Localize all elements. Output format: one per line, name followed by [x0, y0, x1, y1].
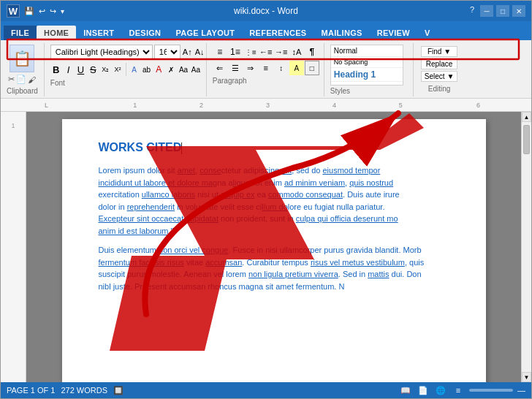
vertical-scrollbar[interactable]: ▲ ▼	[521, 112, 531, 382]
tab-page-layout[interactable]: PAGE LAYOUT	[168, 26, 242, 40]
styles-box: Normal No Spacing Heading 1	[330, 45, 403, 86]
font-size-increase[interactable]: A↑	[182, 45, 193, 58]
scroll-down-arrow[interactable]: ▼	[522, 372, 531, 382]
paste-icon: 📋	[10, 45, 34, 72]
ribbon-tabs: FILE HOME INSERT DESIGN PAGE LAYOUT REFE…	[1, 21, 531, 40]
border-button[interactable]: □	[305, 61, 319, 75]
ruler-content: L 1 2 3 4 5 6	[45, 99, 487, 111]
sort-button[interactable]: ↕A	[289, 45, 304, 59]
tab-mailings[interactable]: MAILINGS	[314, 26, 370, 40]
minimize-button[interactable]: ─	[480, 5, 493, 17]
view-web-button[interactable]: 🌐	[434, 384, 447, 396]
editing-group: Find ▼ Replace Select ▼ Editing	[415, 43, 463, 96]
align-left-button[interactable]: ⇐	[213, 61, 227, 75]
aa2-button[interactable]: Aa	[190, 61, 202, 77]
superscript-button[interactable]: X²	[112, 61, 123, 77]
style-normal[interactable]: Normal	[331, 45, 403, 57]
ruler: L 1 2 3 4 5 6	[1, 99, 531, 112]
para-row1: ≡ 1≡ ⋮≡ ←≡ →≡ ↕A ¶	[213, 45, 319, 59]
page-sidebar: 1	[1, 112, 26, 382]
editing-buttons: Find ▼ Replace Select ▼	[421, 46, 457, 82]
page-count: PAGE 1 OF 1	[7, 386, 55, 395]
show-hide-button[interactable]: ¶	[305, 45, 319, 59]
status-bar: PAGE 1 OF 1 272 WORDS 🔲 📖 📄 🌐 ≡ —	[1, 382, 531, 398]
scroll-up-arrow[interactable]: ▲	[522, 112, 531, 122]
paragraph-group: ≡ 1≡ ⋮≡ ←≡ →≡ ↕A ¶ ⇐ ☰ ⇒ ≡ ↕ A □ Paragra…	[208, 43, 324, 96]
font-row1: Calibri Light (Headings) 16 A↑ A↓	[50, 45, 202, 59]
paste-area: 📋 ✂ 📄 🖌	[8, 43, 36, 86]
shading-button[interactable]: A	[289, 61, 304, 75]
window-title: wiki.docx - Word	[234, 6, 298, 16]
styles-group: Normal No Spacing Heading 1 Styles	[326, 43, 414, 96]
quick-access-undo[interactable]: ↩	[39, 7, 45, 16]
title-bar-controls: ? ─ □ ✕	[467, 5, 525, 17]
text-effects-button[interactable]: A	[129, 61, 140, 77]
title-bar-left: W 💾 ↩ ↪ ▾	[7, 4, 64, 18]
font-row2: B I U S X₂ X² A ab A ✗ Aa Aa	[50, 61, 202, 77]
strikethrough-button[interactable]: S	[87, 61, 99, 77]
font-label: Font	[50, 79, 202, 87]
tab-insert[interactable]: INSERT	[76, 26, 121, 40]
word-count-icon[interactable]: 🔲	[113, 386, 123, 395]
close-button[interactable]: ✕	[512, 5, 525, 17]
maximize-button[interactable]: □	[496, 5, 509, 17]
clear-format-button[interactable]: ✗	[165, 61, 177, 77]
text-cursor	[181, 142, 182, 154]
format-painter-button[interactable]: ✂ 📄 🖌	[8, 75, 36, 84]
tab-home[interactable]: HOME	[37, 26, 76, 40]
paragraph-2: Duis elementum non orci vel congue. Fusc…	[99, 244, 449, 292]
italic-button[interactable]: I	[63, 61, 75, 77]
align-right-button[interactable]: ⇒	[243, 61, 258, 75]
zoom-value: —	[517, 386, 525, 395]
tab-references[interactable]: REFERENCES	[242, 26, 314, 40]
view-layout-button[interactable]: 📄	[417, 384, 430, 396]
font-color-button[interactable]: A	[153, 61, 164, 77]
style-heading1[interactable]: Heading 1	[331, 68, 403, 82]
numbered-list-button[interactable]: 1≡	[228, 45, 243, 59]
paragraph-label: Paragraph	[213, 77, 319, 85]
bold-button[interactable]: B	[50, 61, 62, 77]
format-painter-icon: 🖌	[28, 75, 36, 84]
copy-icon: 📄	[16, 75, 26, 84]
line-spacing-button[interactable]: ↕	[274, 61, 289, 75]
subscript-button[interactable]: X₂	[99, 61, 111, 77]
tab-file[interactable]: FILE	[4, 26, 37, 40]
ribbon-content: 📋 ✂ 📄 🖌 Clipboard Calibri Light (Heading…	[1, 40, 531, 99]
view-read-button[interactable]: 📖	[399, 384, 412, 396]
aa-button[interactable]: Aa	[178, 61, 189, 77]
editing-label: Editing	[428, 85, 451, 93]
document-area: 1 WORKS CITED Lorem ipsum dolor sit amet…	[1, 112, 531, 382]
tab-design[interactable]: DESIGN	[121, 26, 168, 40]
align-center-button[interactable]: ☰	[228, 61, 243, 75]
works-cited-title: WORKS CITED	[99, 141, 449, 154]
select-button[interactable]: Select ▼	[421, 71, 457, 82]
quick-access-menu[interactable]: ▾	[61, 7, 64, 15]
tab-review[interactable]: REVIEW	[370, 26, 417, 40]
view-outline-button[interactable]: ≡	[452, 384, 465, 396]
font-size-decrease[interactable]: A↓	[194, 45, 205, 58]
underline-button[interactable]: U	[75, 61, 87, 77]
font-size-select[interactable]: 16	[154, 45, 180, 59]
document-page[interactable]: WORKS CITED Lorem ipsum dolor sit amet, …	[62, 119, 486, 382]
quick-access-save[interactable]: 💾	[24, 7, 34, 16]
style-no-spacing[interactable]: No Spacing	[331, 57, 403, 68]
decrease-indent-button[interactable]: ←≡	[259, 45, 273, 59]
replace-button[interactable]: Replace	[421, 58, 457, 69]
paste-button[interactable]: 📋	[8, 43, 36, 74]
clipboard-group: 📋 ✂ 📄 🖌 Clipboard	[4, 43, 45, 96]
font-name-select[interactable]: Calibri Light (Headings)	[50, 45, 153, 59]
quick-access-redo[interactable]: ↪	[50, 7, 56, 16]
scroll-thumb[interactable]	[523, 125, 530, 154]
para-row2: ⇐ ☰ ⇒ ≡ ↕ A □	[213, 61, 319, 75]
increase-indent-button[interactable]: →≡	[274, 45, 289, 59]
text-highlight-button[interactable]: ab	[141, 61, 153, 77]
justify-button[interactable]: ≡	[259, 61, 273, 75]
bullet-list-button[interactable]: ≡	[213, 45, 227, 59]
zoom-slider[interactable]	[469, 389, 513, 392]
font-group: Calibri Light (Headings) 16 A↑ A↓ B I U …	[46, 43, 207, 96]
help-icon[interactable]: ?	[467, 5, 477, 17]
font-separator	[126, 63, 126, 76]
find-button[interactable]: Find ▼	[421, 46, 457, 57]
tab-v[interactable]: V	[417, 26, 438, 40]
multilevel-list-button[interactable]: ⋮≡	[243, 45, 258, 59]
